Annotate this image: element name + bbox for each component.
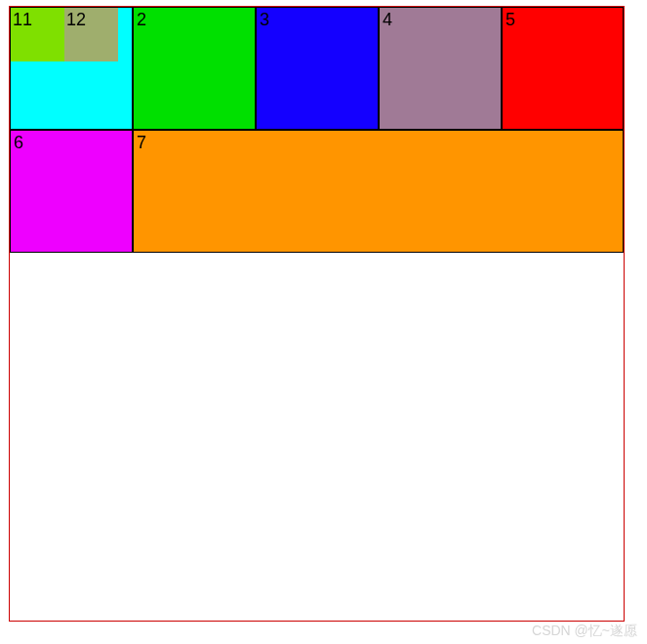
cell-4-label: 4: [383, 10, 392, 31]
cell-7: 7: [133, 130, 624, 253]
cell-3: 3: [256, 7, 379, 130]
watermark-text: CSDN @忆~遂愿: [532, 623, 637, 640]
cell-5: 5: [502, 7, 624, 130]
cell-5-label: 5: [505, 10, 515, 31]
cell-3-label: 3: [260, 10, 269, 31]
cell-2-label: 2: [137, 10, 146, 31]
inner-12-label: 12: [66, 10, 86, 31]
cell-6: 6: [10, 130, 133, 253]
inner-cell-12: 12: [64, 8, 118, 61]
cell-7-label: 7: [137, 133, 146, 154]
inner-11-label: 11: [13, 10, 32, 31]
cell-4: 4: [379, 7, 502, 130]
flex-container: 1 11 12 2 3 4 5 6 7: [9, 6, 625, 622]
cell-2: 2: [133, 7, 256, 130]
inner-cell-11: 11: [11, 8, 64, 61]
cell-1: 1 11 12: [10, 7, 133, 130]
cell-6-label: 6: [14, 133, 23, 154]
cell-1-inner-row: 11 12: [11, 8, 118, 61]
